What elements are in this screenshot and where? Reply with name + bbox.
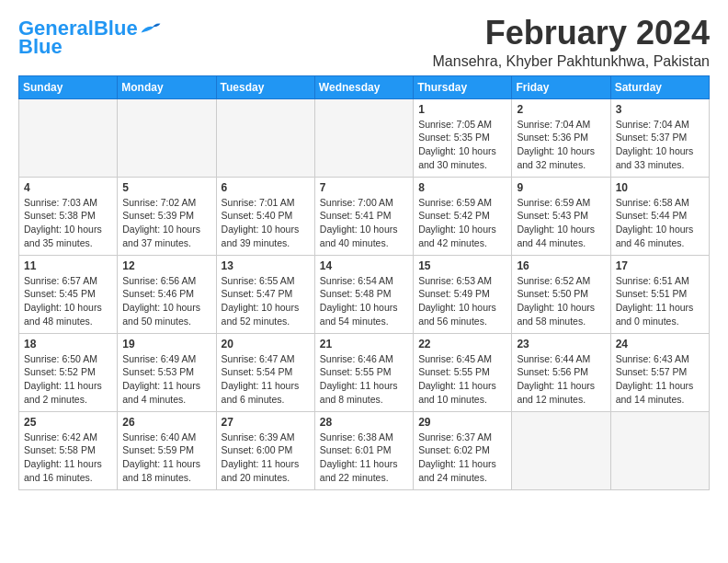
calendar-cell bbox=[118, 98, 216, 177]
calendar-cell bbox=[512, 411, 610, 489]
day-number: 23 bbox=[517, 338, 605, 350]
day-info: Sunrise: 6:45 AMSunset: 5:55 PMDaylight:… bbox=[418, 352, 506, 407]
calendar-cell: 22Sunrise: 6:45 AMSunset: 5:55 PMDayligh… bbox=[414, 333, 512, 411]
day-number: 16 bbox=[517, 259, 605, 272]
day-info: Sunrise: 6:59 AMSunset: 5:42 PMDaylight:… bbox=[418, 196, 506, 250]
day-number: 4 bbox=[24, 181, 112, 194]
day-number: 19 bbox=[122, 338, 210, 350]
title-block: February 2024 Mansehra, Khyber Pakhtunkh… bbox=[433, 15, 711, 70]
weekday-header-thursday: Thursday bbox=[414, 75, 512, 98]
calendar-cell: 3Sunrise: 7:04 AMSunset: 5:37 PMDaylight… bbox=[610, 98, 709, 177]
day-info: Sunrise: 6:39 AMSunset: 6:00 PMDaylight:… bbox=[222, 431, 310, 485]
day-number: 17 bbox=[616, 259, 704, 272]
calendar-cell: 5Sunrise: 7:02 AMSunset: 5:39 PMDaylight… bbox=[118, 177, 216, 255]
calendar-cell: 11Sunrise: 6:57 AMSunset: 5:45 PMDayligh… bbox=[19, 255, 118, 333]
weekday-header-row: SundayMondayTuesdayWednesdayThursdayFrid… bbox=[19, 75, 710, 98]
day-number: 13 bbox=[222, 259, 310, 272]
weekday-header-sunday: Sunday bbox=[19, 75, 118, 98]
calendar-cell: 24Sunrise: 6:43 AMSunset: 5:57 PMDayligh… bbox=[610, 333, 709, 411]
calendar-cell: 28Sunrise: 6:38 AMSunset: 6:01 PMDayligh… bbox=[314, 411, 413, 489]
day-number: 10 bbox=[616, 181, 704, 194]
day-number: 26 bbox=[122, 416, 210, 429]
calendar-cell: 27Sunrise: 6:39 AMSunset: 6:00 PMDayligh… bbox=[216, 411, 314, 489]
calendar-cell: 4Sunrise: 7:03 AMSunset: 5:38 PMDaylight… bbox=[19, 177, 118, 255]
calendar-cell: 15Sunrise: 6:53 AMSunset: 5:49 PMDayligh… bbox=[414, 255, 512, 333]
day-number: 27 bbox=[222, 416, 310, 429]
day-number: 14 bbox=[320, 259, 408, 272]
day-number: 3 bbox=[616, 103, 704, 116]
day-info: Sunrise: 6:55 AMSunset: 5:47 PMDaylight:… bbox=[222, 274, 310, 328]
calendar-cell: 8Sunrise: 6:59 AMSunset: 5:42 PMDaylight… bbox=[414, 177, 512, 255]
calendar-cell bbox=[314, 98, 413, 177]
calendar-cell: 12Sunrise: 6:56 AMSunset: 5:46 PMDayligh… bbox=[118, 255, 216, 333]
calendar-cell: 21Sunrise: 6:46 AMSunset: 5:55 PMDayligh… bbox=[314, 333, 413, 411]
logo: GeneralBlue Blue bbox=[18, 18, 162, 59]
day-number: 20 bbox=[222, 338, 310, 350]
page-header: GeneralBlue Blue February 2024 Mansehra,… bbox=[18, 15, 710, 70]
weekday-header-monday: Monday bbox=[118, 75, 216, 98]
day-info: Sunrise: 6:59 AMSunset: 5:43 PMDaylight:… bbox=[517, 196, 605, 250]
day-number: 5 bbox=[122, 181, 210, 194]
day-info: Sunrise: 7:04 AMSunset: 5:37 PMDaylight:… bbox=[616, 118, 704, 172]
day-info: Sunrise: 7:01 AMSunset: 5:40 PMDaylight:… bbox=[222, 196, 310, 250]
day-info: Sunrise: 7:05 AMSunset: 5:35 PMDaylight:… bbox=[418, 118, 506, 172]
day-number: 8 bbox=[418, 181, 506, 194]
calendar-cell: 19Sunrise: 6:49 AMSunset: 5:53 PMDayligh… bbox=[118, 333, 216, 411]
calendar-cell: 10Sunrise: 6:58 AMSunset: 5:44 PMDayligh… bbox=[610, 177, 709, 255]
calendar-cell: 9Sunrise: 6:59 AMSunset: 5:43 PMDaylight… bbox=[512, 177, 610, 255]
day-info: Sunrise: 6:56 AMSunset: 5:46 PMDaylight:… bbox=[122, 274, 210, 328]
day-info: Sunrise: 6:46 AMSunset: 5:55 PMDaylight:… bbox=[320, 352, 408, 407]
weekday-header-saturday: Saturday bbox=[610, 75, 709, 98]
day-number: 11 bbox=[24, 259, 112, 272]
day-number: 22 bbox=[418, 338, 506, 350]
weekday-header-friday: Friday bbox=[512, 75, 610, 98]
day-number: 15 bbox=[418, 259, 506, 272]
calendar-cell: 6Sunrise: 7:01 AMSunset: 5:40 PMDaylight… bbox=[216, 177, 314, 255]
weekday-header-tuesday: Tuesday bbox=[216, 75, 314, 98]
calendar-cell: 23Sunrise: 6:44 AMSunset: 5:56 PMDayligh… bbox=[512, 333, 610, 411]
day-info: Sunrise: 6:49 AMSunset: 5:53 PMDaylight:… bbox=[122, 352, 210, 407]
day-info: Sunrise: 6:44 AMSunset: 5:56 PMDaylight:… bbox=[517, 352, 605, 407]
calendar-cell bbox=[216, 98, 314, 177]
day-info: Sunrise: 6:40 AMSunset: 5:59 PMDaylight:… bbox=[122, 431, 210, 485]
day-number: 12 bbox=[122, 259, 210, 272]
day-info: Sunrise: 6:42 AMSunset: 5:58 PMDaylight:… bbox=[24, 431, 112, 485]
day-number: 18 bbox=[24, 338, 112, 350]
day-info: Sunrise: 6:51 AMSunset: 5:51 PMDaylight:… bbox=[616, 274, 704, 328]
day-number: 25 bbox=[24, 416, 112, 429]
calendar-cell: 18Sunrise: 6:50 AMSunset: 5:52 PMDayligh… bbox=[19, 333, 118, 411]
day-info: Sunrise: 6:57 AMSunset: 5:45 PMDaylight:… bbox=[24, 274, 112, 328]
calendar-table: SundayMondayTuesdayWednesdayThursdayFrid… bbox=[18, 75, 710, 490]
calendar-cell: 16Sunrise: 6:52 AMSunset: 5:50 PMDayligh… bbox=[512, 255, 610, 333]
day-number: 21 bbox=[320, 338, 408, 350]
day-info: Sunrise: 6:52 AMSunset: 5:50 PMDaylight:… bbox=[517, 274, 605, 328]
calendar-cell: 29Sunrise: 6:37 AMSunset: 6:02 PMDayligh… bbox=[414, 411, 512, 489]
day-number: 29 bbox=[418, 416, 506, 429]
day-info: Sunrise: 7:04 AMSunset: 5:36 PMDaylight:… bbox=[517, 118, 605, 172]
day-info: Sunrise: 6:54 AMSunset: 5:48 PMDaylight:… bbox=[320, 274, 408, 328]
week-row-3: 11Sunrise: 6:57 AMSunset: 5:45 PMDayligh… bbox=[19, 255, 710, 333]
weekday-header-wednesday: Wednesday bbox=[314, 75, 413, 98]
day-info: Sunrise: 6:47 AMSunset: 5:54 PMDaylight:… bbox=[222, 352, 310, 407]
week-row-5: 25Sunrise: 6:42 AMSunset: 5:58 PMDayligh… bbox=[19, 411, 710, 489]
calendar-cell: 7Sunrise: 7:00 AMSunset: 5:41 PMDaylight… bbox=[314, 177, 413, 255]
day-info: Sunrise: 7:03 AMSunset: 5:38 PMDaylight:… bbox=[24, 196, 112, 250]
calendar-cell: 2Sunrise: 7:04 AMSunset: 5:36 PMDaylight… bbox=[512, 98, 610, 177]
week-row-1: 1Sunrise: 7:05 AMSunset: 5:35 PMDaylight… bbox=[19, 98, 710, 177]
day-info: Sunrise: 6:38 AMSunset: 6:01 PMDaylight:… bbox=[320, 431, 408, 485]
calendar-cell: 17Sunrise: 6:51 AMSunset: 5:51 PMDayligh… bbox=[610, 255, 709, 333]
calendar-cell: 25Sunrise: 6:42 AMSunset: 5:58 PMDayligh… bbox=[19, 411, 118, 489]
day-number: 7 bbox=[320, 181, 408, 194]
week-row-4: 18Sunrise: 6:50 AMSunset: 5:52 PMDayligh… bbox=[19, 333, 710, 411]
day-info: Sunrise: 6:50 AMSunset: 5:52 PMDaylight:… bbox=[24, 352, 112, 407]
day-number: 28 bbox=[320, 416, 408, 429]
day-number: 6 bbox=[222, 181, 310, 194]
day-info: Sunrise: 6:58 AMSunset: 5:44 PMDaylight:… bbox=[616, 196, 704, 250]
day-number: 24 bbox=[616, 338, 704, 350]
calendar-cell bbox=[610, 411, 709, 489]
calendar-cell: 20Sunrise: 6:47 AMSunset: 5:54 PMDayligh… bbox=[216, 333, 314, 411]
calendar-cell: 26Sunrise: 6:40 AMSunset: 5:59 PMDayligh… bbox=[118, 411, 216, 489]
calendar-cell: 14Sunrise: 6:54 AMSunset: 5:48 PMDayligh… bbox=[314, 255, 413, 333]
day-info: Sunrise: 7:00 AMSunset: 5:41 PMDaylight:… bbox=[320, 196, 408, 250]
week-row-2: 4Sunrise: 7:03 AMSunset: 5:38 PMDaylight… bbox=[19, 177, 710, 255]
